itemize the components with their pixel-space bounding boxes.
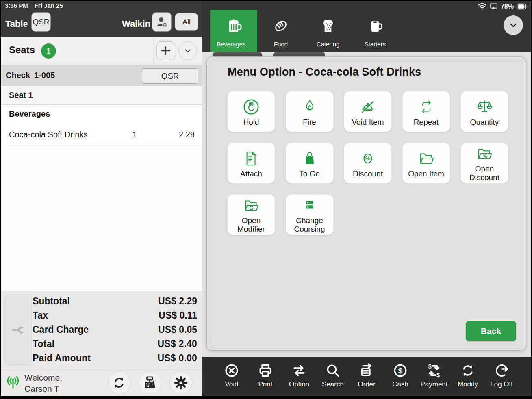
check-row: Check 1-005 QSR: [1, 65, 202, 86]
action-attach[interactable]: Attach: [227, 143, 275, 184]
split-check-button[interactable]: [5, 295, 32, 365]
toolbar-print[interactable]: Print: [249, 357, 282, 396]
clock-date: Fri Jan 25: [35, 2, 63, 9]
tab-catering[interactable]: Catering: [304, 10, 352, 52]
action-open-modifier[interactable]: Open Modifier: [227, 194, 275, 235]
bread-slice-icon: [318, 15, 338, 37]
open-folder-icon: [417, 149, 436, 168]
currency-exchange-icon: $ $: [426, 362, 442, 379]
toolbar-cash[interactable]: $ Cash: [384, 357, 417, 396]
customer-name: Walkin: [122, 19, 150, 29]
toolbar-payment[interactable]: $ $ Payment: [417, 357, 451, 396]
action-label: Change Coursing: [289, 216, 331, 233]
gear-icon: [174, 375, 188, 390]
action-label: Quantity: [470, 118, 499, 126]
totals-row-tax: TaxUS$ 0.11: [33, 308, 197, 323]
menu-option-dialog: Menu Option - Coca-cola Soft Drinks Hold: [206, 56, 526, 351]
action-label: Discount: [353, 169, 383, 178]
battery-percent: 78%: [501, 3, 514, 10]
svg-text:%: %: [483, 154, 487, 158]
add-seat-button[interactable]: [156, 41, 175, 60]
circular-arrows-icon: [460, 362, 476, 379]
shopping-bag-icon: [300, 149, 319, 168]
divider: [153, 37, 153, 65]
action-to-go[interactable]: To Go: [286, 143, 334, 184]
collapse-seats-button[interactable]: [178, 41, 197, 60]
beer-mug-icon: [224, 15, 244, 37]
all-filter-button[interactable]: All: [175, 13, 198, 31]
totals-row-paid-amount: Paid AmountUS$ 0.00: [33, 351, 197, 365]
action-open-discount[interactable]: % Open Discount: [460, 143, 508, 184]
document-icon: [242, 149, 261, 168]
collapse-menu-button[interactable]: [504, 15, 523, 35]
toolbar-option[interactable]: Option: [282, 357, 316, 396]
check-mode-button[interactable]: QSR: [142, 68, 198, 84]
action-discount[interactable]: % Discount: [344, 143, 392, 184]
left-footer: Welcome, Carson T: [1, 369, 202, 396]
toolbar-log-off[interactable]: Log Off: [485, 357, 519, 396]
divider: [9, 146, 202, 146]
tab-beverages[interactable]: Beverages...: [210, 10, 257, 52]
toolbar-search[interactable]: Search: [316, 357, 350, 396]
tab-label: Beverages...: [217, 41, 251, 48]
item-price: 2.29: [179, 130, 195, 139]
repeat-loop-icon: [417, 97, 436, 117]
flame-icon: [300, 97, 319, 117]
add-customer-button[interactable]: [152, 12, 172, 32]
bottom-toolbar: Void Print Option Search: [202, 357, 531, 396]
register-button[interactable]: [139, 371, 161, 394]
toolbar-modify[interactable]: Modify: [451, 357, 485, 396]
action-label: Attach: [240, 169, 262, 178]
chevron-down-icon: [508, 20, 519, 30]
action-void-item[interactable]: Void Item: [344, 91, 392, 132]
action-label: Fire: [303, 118, 316, 126]
clock-time: 3:36 PM: [5, 2, 28, 9]
action-quantity[interactable]: Quantity: [460, 91, 508, 132]
welcome-message: Welcome, Carson T: [24, 372, 62, 394]
mug-icon: [365, 15, 385, 37]
action-fire[interactable]: Fire: [286, 91, 334, 132]
dollar-circle-icon: $: [393, 362, 408, 379]
action-change-coursing[interactable]: Change Coursing: [286, 194, 334, 235]
svg-text:%: %: [365, 155, 371, 162]
toolbar-void[interactable]: Void: [215, 357, 249, 396]
logout-icon: [494, 362, 509, 379]
action-repeat[interactable]: Repeat: [402, 91, 450, 132]
toolbar-order[interactable]: Order: [350, 357, 384, 396]
folder-percent-icon: %: [475, 145, 494, 163]
action-label: To Go: [299, 169, 320, 178]
action-open-item[interactable]: Open Item: [402, 143, 450, 184]
tab-starters[interactable]: Starters: [352, 10, 399, 52]
circle-x-icon: [224, 362, 239, 379]
action-label: Open Item: [408, 169, 444, 178]
signal-antenna-icon: [5, 375, 21, 391]
order-card-icon: [359, 362, 374, 379]
totals-row-subtotal: SubtotalUS$ 2.29: [33, 294, 197, 308]
tab-food[interactable]: Food: [257, 10, 304, 52]
action-hold[interactable]: Hold: [227, 91, 275, 132]
action-grid: Hold Fire Void Item: [227, 91, 508, 235]
back-button[interactable]: Back: [466, 321, 516, 341]
tab-label: Starters: [365, 41, 386, 48]
screen-mirroring-icon: [490, 3, 498, 10]
order-panel-header: 3:36 PM Fri Jan 25 Table QSR Walkin All: [1, 1, 202, 37]
sync-icon: [112, 375, 126, 390]
svg-text:$: $: [436, 372, 440, 378]
seat-header: Seat 1: [1, 86, 202, 105]
person-add-icon: [155, 15, 168, 28]
cloche-slash-icon: [358, 97, 377, 117]
status-bar-left: 3:36 PM Fri Jan 25: [5, 2, 63, 9]
wifi-icon: [478, 2, 487, 10]
table-qsr-button[interactable]: QSR: [31, 12, 51, 32]
settings-button[interactable]: [169, 371, 192, 394]
totals-row-total: TotalUS$ 2.40: [33, 337, 197, 351]
order-panel: 3:36 PM Fri Jan 25 Table QSR Walkin All …: [1, 1, 202, 396]
tab-label: Catering: [317, 41, 340, 48]
order-item-row[interactable]: Coca-cola Soft Drinks 1 2.29: [1, 124, 202, 146]
printer-icon: [258, 362, 273, 379]
sync-button[interactable]: [108, 371, 130, 394]
folder-refresh-icon: [242, 196, 261, 215]
split-icon: [10, 321, 27, 338]
status-bar-right: 78%: [478, 2, 528, 10]
table-label: Table: [5, 19, 28, 29]
